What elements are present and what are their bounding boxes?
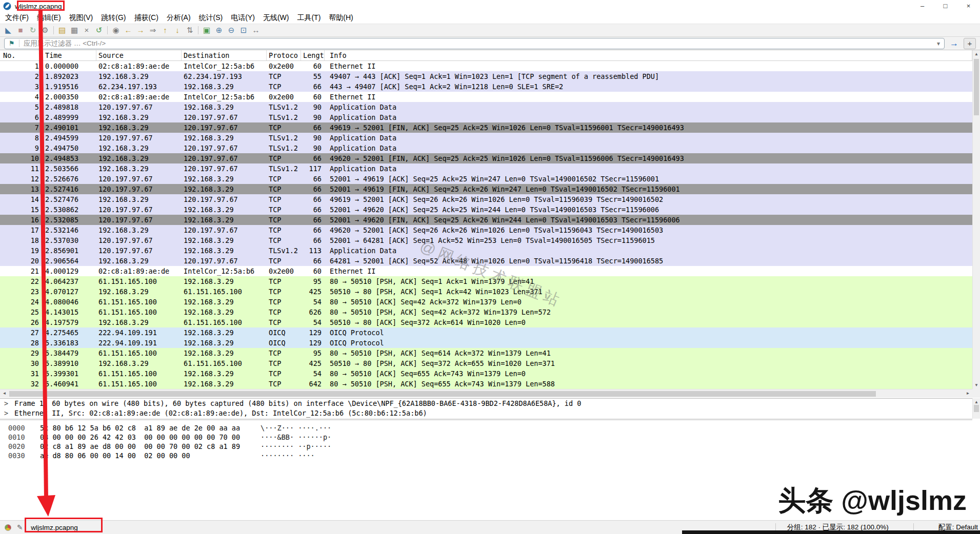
packet-row[interactable]: 102.494853192.168.3.29120.197.97.67TCP66…	[0, 153, 972, 163]
column-header-destination[interactable]: Destination	[182, 50, 267, 60]
cell-dst: 192.168.3.29	[182, 368, 267, 379]
packet-row[interactable]: 112.503566192.168.3.29120.197.97.67TLSv1…	[0, 163, 972, 174]
go-back-icon[interactable]: ←	[122, 24, 134, 36]
go-forward-icon[interactable]: →	[134, 24, 147, 36]
expander-icon[interactable]: >	[0, 399, 14, 408]
hex-row[interactable]: 0030ae d8 80 06 00 00 14 00 02 00 00 00·…	[0, 451, 972, 460]
packet-row[interactable]: 234.070127192.168.3.2961.151.165.100TCP4…	[0, 286, 972, 297]
packet-row[interactable]: 325.46094161.151.165.100192.168.3.29TCP6…	[0, 379, 972, 389]
menu-item-1[interactable]: 文件(F)	[1, 13, 33, 23]
close-file-icon[interactable]: ×	[81, 24, 93, 36]
packet-list-vertical-scrollbar[interactable]: ▲ ▼	[972, 50, 980, 389]
column-header-lengt[interactable]: Lengt	[301, 50, 325, 60]
menu-item-11[interactable]: 帮助(H)	[325, 13, 357, 23]
zoom-out-icon[interactable]: ⊖	[225, 24, 237, 36]
menu-item-5[interactable]: 捕获(C)	[130, 13, 162, 23]
zoom-in-icon[interactable]: ⊕	[213, 24, 225, 36]
start-capture-icon[interactable]: ◣	[2, 24, 14, 36]
filter-add-button[interactable]: +	[964, 38, 976, 49]
packet-row[interactable]: 42.00035002:c8:a1:89:ae:deIntelCor_12:5a…	[0, 92, 972, 102]
packet-row[interactable]: 31.91951662.234.197.193192.168.3.29TCP66…	[0, 81, 972, 92]
packet-row[interactable]: 82.494599120.197.97.67192.168.3.29TLSv1.…	[0, 133, 972, 143]
packet-row[interactable]: 162.532085120.197.97.67192.168.3.29TCP66…	[0, 215, 972, 225]
menu-item-9[interactable]: 无线(W)	[259, 13, 293, 23]
maximize-button[interactable]: □	[934, 0, 957, 12]
packet-row[interactable]: 142.527476192.168.3.29120.197.97.67TCP66…	[0, 194, 972, 204]
packet-row[interactable]: 62.489999192.168.3.29120.197.97.67TLSv1.…	[0, 112, 972, 122]
capture-comment-icon[interactable]: ✎	[17, 523, 23, 531]
stop-capture-icon[interactable]: ■	[14, 24, 27, 36]
details-scroll-thumb[interactable]	[974, 405, 979, 412]
packet-row[interactable]: 152.530862120.197.97.67192.168.3.29TCP66…	[0, 204, 972, 215]
menu-item-10[interactable]: 工具(T)	[293, 13, 325, 23]
details-vertical-scrollbar[interactable]: ▲	[972, 398, 980, 419]
menu-item-4[interactable]: 跳转(G)	[97, 13, 130, 23]
save-file-icon[interactable]: ▦	[68, 24, 81, 36]
detail-line[interactable]: >Frame 1: 60 bytes on wire (480 bits), 6…	[0, 399, 972, 408]
menu-item-2[interactable]: 编辑(E)	[33, 13, 65, 23]
packet-row[interactable]: 122.526676120.197.97.67192.168.3.29TCP66…	[0, 174, 972, 184]
restart-capture-icon[interactable]: ↻	[27, 24, 39, 36]
detail-line[interactable]: >Ethernet II, Src: 02:c8:a1:89:ae:de (02…	[0, 408, 972, 418]
display-filter-input[interactable]: ⚑ 应用显示过滤器 … <Ctrl-/> ▾	[4, 38, 945, 49]
packet-row[interactable]: 21.892023192.168.3.2962.234.197.193TCP55…	[0, 71, 972, 81]
column-header-no[interactable]: No.	[0, 50, 43, 60]
hex-row[interactable]: 00005c 80 b6 12 5a b6 02 c8 a1 89 ae de …	[0, 423, 972, 433]
packet-row[interactable]: 264.197579192.168.3.2961.151.165.100TCP5…	[0, 317, 972, 327]
packet-row[interactable]: 182.537030120.197.97.67192.168.3.29TCP66…	[0, 235, 972, 245]
menu-item-3[interactable]: 视图(V)	[65, 13, 97, 23]
zoom-100-icon[interactable]: ⊡	[237, 24, 250, 36]
expander-icon[interactable]: >	[0, 408, 14, 418]
column-header-protoco[interactable]: Protoco	[267, 50, 301, 60]
minimize-button[interactable]: –	[911, 0, 934, 12]
packet-row[interactable]: 315.39930161.151.165.100192.168.3.29TCP5…	[0, 368, 972, 379]
menu-item-6[interactable]: 分析(A)	[163, 13, 195, 23]
capture-options-icon[interactable]: ⚙	[39, 24, 51, 36]
cell-proto: TCP	[267, 348, 301, 358]
packet-row[interactable]: 72.490101192.168.3.29120.197.97.67TCP664…	[0, 122, 972, 133]
filter-apply-button[interactable]: →	[950, 38, 958, 49]
column-header-source[interactable]: Source	[96, 50, 182, 60]
packet-row[interactable]: 172.532146192.168.3.29120.197.97.67TCP66…	[0, 225, 972, 235]
menu-item-7[interactable]: 统计(S)	[195, 13, 227, 23]
packet-row[interactable]: 254.14301561.151.165.100192.168.3.29TCP6…	[0, 307, 972, 317]
cell-len: 66	[301, 122, 325, 133]
hex-row[interactable]: 001003 00 00 00 26 42 42 03 00 00 00 00 …	[0, 433, 972, 442]
packet-row[interactable]: 52.489818120.197.97.67192.168.3.29TLSv1.…	[0, 102, 972, 112]
reload-file-icon[interactable]: ↺	[93, 24, 105, 36]
colorize-icon[interactable]: ▣	[201, 24, 213, 36]
resize-columns-icon[interactable]: ↔	[250, 24, 262, 36]
packet-row[interactable]: 132.527416120.197.97.67192.168.3.29TCP66…	[0, 184, 972, 194]
scroll-up-icon[interactable]: ▲	[973, 50, 980, 58]
toolbar-separator	[107, 26, 108, 34]
packet-row[interactable]: 285.336183222.94.109.191192.168.3.29OICQ…	[0, 338, 972, 348]
close-button[interactable]: ×	[957, 0, 980, 12]
packet-row[interactable]: 192.856901120.197.97.67192.168.3.29TLSv1…	[0, 245, 972, 256]
go-to-packet-icon[interactable]: ⇒	[147, 24, 159, 36]
expert-info-icon[interactable]	[5, 524, 11, 531]
column-header-info[interactable]: Info	[325, 50, 972, 60]
packet-row[interactable]: 305.389910192.168.3.2961.151.165.100TCP4…	[0, 358, 972, 368]
cell-no: 20	[0, 256, 43, 266]
scroll-right-icon[interactable]: ►	[964, 389, 972, 398]
scroll-down-icon[interactable]: ▼	[973, 381, 980, 389]
auto-scroll-icon[interactable]: ⇅	[184, 24, 196, 36]
horizontal-scroll-thumb[interactable]	[9, 391, 876, 397]
filter-bookmark-icon[interactable]: ⚑	[9, 39, 19, 47]
hex-row[interactable]: 002002 c8 a1 89 ae d8 00 00 00 00 70 00 …	[0, 442, 972, 451]
filter-dropdown-icon[interactable]: ▾	[937, 40, 940, 47]
packet-row[interactable]: 92.494750192.168.3.29120.197.97.67TLSv1.…	[0, 143, 972, 153]
go-last-icon[interactable]: ↓	[171, 24, 184, 36]
scroll-left-icon[interactable]: ◄	[0, 389, 9, 398]
find-packet-icon[interactable]: ◉	[110, 24, 122, 36]
vertical-scroll-thumb[interactable]	[974, 59, 979, 115]
packet-row[interactable]: 295.38447961.151.165.100192.168.3.29TCP9…	[0, 348, 972, 358]
column-header-time[interactable]: Time	[43, 50, 96, 60]
packet-row[interactable]: 274.275465222.94.109.191192.168.3.29OICQ…	[0, 327, 972, 338]
packet-list-horizontal-scrollbar[interactable]: ◄ ►	[0, 389, 972, 398]
open-file-icon[interactable]: ▤	[56, 24, 68, 36]
packet-row[interactable]: 244.08004661.151.165.100192.168.3.29TCP5…	[0, 297, 972, 307]
menu-item-8[interactable]: 电话(Y)	[227, 13, 259, 23]
packet-row[interactable]: 10.00000002:c8:a1:89:ae:deIntelCor_12:5a…	[0, 61, 972, 71]
go-first-icon[interactable]: ↑	[159, 24, 171, 36]
